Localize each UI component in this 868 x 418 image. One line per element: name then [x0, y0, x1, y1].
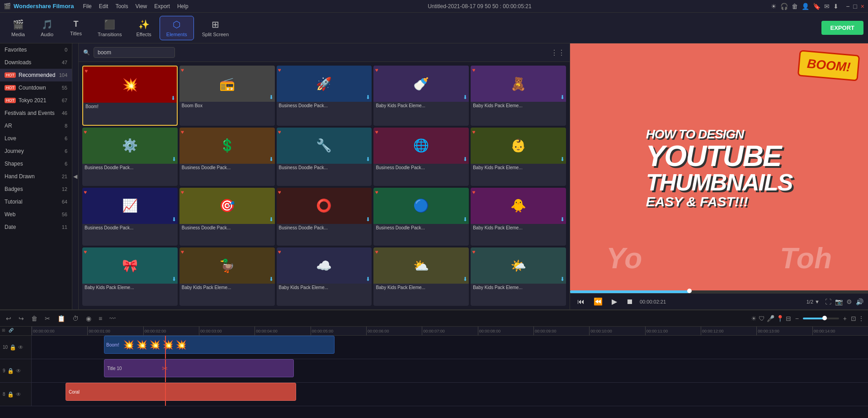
sidebar-item-downloads[interactable]: Downloads47 — [0, 56, 72, 69]
sidebar-item-tokyo2021[interactable]: HOTTokyo 202167 — [0, 94, 72, 107]
zoom-out-button[interactable]: − — [793, 314, 801, 323]
sidebar-item-love[interactable]: Love6 — [0, 132, 72, 145]
sun-icon[interactable]: ☀ — [771, 3, 777, 10]
cut-button[interactable]: ✂ — [42, 314, 52, 323]
mic-icon[interactable]: 🎤 — [767, 315, 774, 322]
grid-item-biz7[interactable]: ♥🎯⬇Business Doodle Pack... — [179, 188, 275, 246]
lock-icon[interactable]: 🔒 — [7, 391, 14, 398]
volume-icon[interactable]: 🔊 — [856, 298, 863, 305]
sidebar-item-date[interactable]: Date11 — [0, 221, 72, 233]
clip-coral[interactable]: Coral — [66, 383, 296, 401]
menu-help[interactable]: Help — [177, 3, 189, 10]
grid-item-biz6[interactable]: ♥📈⬇Business Doodle Pack... — [82, 188, 178, 246]
grid-item-baby9[interactable]: ♥🌤️⬇Baby Kids Pack Eleme... — [471, 247, 566, 306]
grid-item-baby3[interactable]: ♥👶⬇Baby Kids Pack Eleme... — [471, 128, 566, 186]
menu-export[interactable]: Export — [154, 3, 170, 10]
screenshot-icon[interactable]: 📷 — [835, 298, 843, 305]
toolbar-transitions[interactable]: ⬛ Transitions — [91, 16, 128, 40]
grid-item-boom_box[interactable]: ♥📻⬇Boom Box — [179, 66, 275, 126]
lock-icon[interactable]: 🔒 — [9, 344, 16, 351]
toolbar-elements[interactable]: ⬡ Elements — [160, 16, 194, 40]
delete-button[interactable]: 🗑 — [29, 314, 40, 323]
eye-icon[interactable]: 👁 — [16, 368, 21, 374]
mail-icon[interactable]: ✉ — [824, 3, 830, 10]
sidebar-item-shapes[interactable]: Shapes6 — [0, 157, 72, 170]
sidebar-item-badges[interactable]: Badges12 — [0, 183, 72, 195]
toolbar-audio[interactable]: 🎵 Audio — [33, 16, 61, 40]
grid-item-biz2[interactable]: ♥⚙️⬇Business Doodle Pack... — [82, 128, 178, 186]
eye-icon[interactable]: 👁 — [16, 391, 21, 398]
fullscreen-icon[interactable]: ⛶ — [825, 298, 831, 305]
audio-wave-button[interactable]: 〰 — [107, 314, 118, 323]
bookmark-icon[interactable]: 🔖 — [813, 3, 821, 10]
clip-boom[interactable]: Boom!💥💥💥💥💥 — [104, 336, 335, 354]
sidebar-item-tutorial[interactable]: Tutorial64 — [0, 195, 72, 208]
sidebar-item-countdown[interactable]: HOTCountdown55 — [0, 81, 72, 94]
lock-icon[interactable]: 🔒 — [7, 368, 14, 374]
list-button[interactable]: ≡ — [96, 314, 104, 323]
copy-button[interactable]: 📋 — [55, 314, 67, 323]
toolbar-effects[interactable]: ✨ Effects — [130, 16, 157, 40]
more-icon[interactable]: ⋮ — [858, 315, 864, 322]
headphone-icon[interactable]: 🎧 — [780, 3, 788, 10]
go-to-start-button[interactable]: ⏮ — [575, 297, 587, 307]
sidebar-item-festivals[interactable]: Festivals and Events46 — [0, 107, 72, 119]
grid-item-baby6[interactable]: ♥🦆⬇Baby Kids Pack Eleme... — [179, 247, 275, 306]
brightness-icon[interactable]: ☀ — [751, 315, 757, 322]
zoom-in-button[interactable]: + — [841, 314, 849, 323]
grid-item-baby7[interactable]: ♥☁️⬇Baby Kids Pack Eleme... — [277, 247, 372, 306]
sidebar-item-hand_drawn[interactable]: Hand Drawn21 — [0, 170, 72, 183]
close-btn[interactable]: × — [861, 3, 864, 10]
menu-tools[interactable]: Tools — [115, 3, 128, 10]
sidebar-item-recommended[interactable]: HOTRecommended104 — [0, 69, 72, 81]
grid-item-boom1[interactable]: ♥💥⬇Boom! — [82, 66, 178, 126]
grid-item-biz1[interactable]: ♥🚀⬇Business Doodle Pack... — [277, 66, 372, 126]
grid-item-biz9[interactable]: ♥🔵⬇Business Doodle Pack... — [373, 188, 469, 246]
redo-button[interactable]: ↪ — [16, 314, 26, 323]
minimize-btn[interactable]: − — [846, 3, 849, 10]
sidebar-item-web[interactable]: Web56 — [0, 208, 72, 221]
shield-icon[interactable]: 🛡 — [759, 315, 765, 322]
toolbar-titles[interactable]: T Titles — [62, 17, 90, 39]
person-icon[interactable]: 👤 — [802, 3, 809, 10]
zoom-slider[interactable] — [803, 318, 839, 319]
marker-icon[interactable]: 📍 — [776, 315, 784, 322]
zoom-handle[interactable] — [822, 316, 827, 320]
menu-view[interactable]: View — [135, 3, 147, 10]
grid-item-biz5[interactable]: ♥🌐⬇Business Doodle Pack... — [373, 128, 469, 186]
menu-edit[interactable]: Edit — [99, 3, 108, 10]
sidebar-collapse-button[interactable]: ◀ — [72, 43, 79, 309]
video-progress-bg[interactable] — [570, 290, 868, 293]
export-button[interactable]: EXPORT — [821, 21, 863, 35]
grid-item-biz3[interactable]: ♥💲⬇Business Doodle Pack... — [179, 128, 275, 186]
sidebar-item-ar[interactable]: AR8 — [0, 119, 72, 132]
play-button[interactable]: ▶ — [609, 296, 620, 307]
split-icon[interactable]: ⊟ — [786, 315, 791, 322]
grid-item-baby4[interactable]: ♥🐥⬇Baby Kids Pack Eleme... — [471, 188, 566, 246]
grid-item-baby5[interactable]: ♥🎀⬇Baby Kids Pack Eleme... — [82, 247, 178, 306]
grid-item-biz4[interactable]: ♥🔧⬇Business Doodle Pack... — [277, 128, 372, 186]
fit-icon[interactable]: ⊡ — [851, 315, 856, 322]
trash-icon[interactable]: 🗑 — [792, 3, 798, 10]
maximize-btn[interactable]: □ — [853, 3, 857, 10]
toolbar-media[interactable]: 🎬 Media — [5, 16, 32, 40]
grid-view-icon[interactable]: ⋮⋮ — [551, 48, 565, 57]
grid-item-baby2[interactable]: ♥🧸⬇Baby Kids Pack Eleme... — [471, 66, 566, 126]
grid-item-baby1[interactable]: ♥🍼⬇Baby Kids Pack Eleme... — [373, 66, 469, 126]
grid-item-baby8[interactable]: ♥⛅⬇Baby Kids Pack Eleme... — [373, 247, 469, 306]
grid-item-biz8[interactable]: ♥⭕⬇Business Doodle Pack... — [277, 188, 372, 246]
download-icon[interactable]: ⬇ — [833, 3, 839, 10]
video-progress-dot[interactable] — [687, 289, 692, 293]
stop-button[interactable]: ⏹ — [623, 297, 636, 307]
sidebar-item-favorites[interactable]: Favorites0 — [0, 43, 72, 56]
settings-icon[interactable]: ⚙ — [846, 298, 852, 305]
record-button[interactable]: ◉ — [84, 314, 94, 323]
clip-title[interactable]: Title 10✂ — [104, 359, 294, 377]
toolbar-split-screen[interactable]: ⊞ Split Screen — [196, 16, 235, 40]
search-input[interactable] — [94, 47, 175, 58]
menu-file[interactable]: File — [83, 3, 91, 10]
timer-button[interactable]: ⏱ — [70, 314, 81, 323]
undo-button[interactable]: ↩ — [4, 314, 14, 323]
step-back-button[interactable]: ⏪ — [591, 296, 605, 307]
sidebar-item-journey[interactable]: Journey6 — [0, 145, 72, 157]
